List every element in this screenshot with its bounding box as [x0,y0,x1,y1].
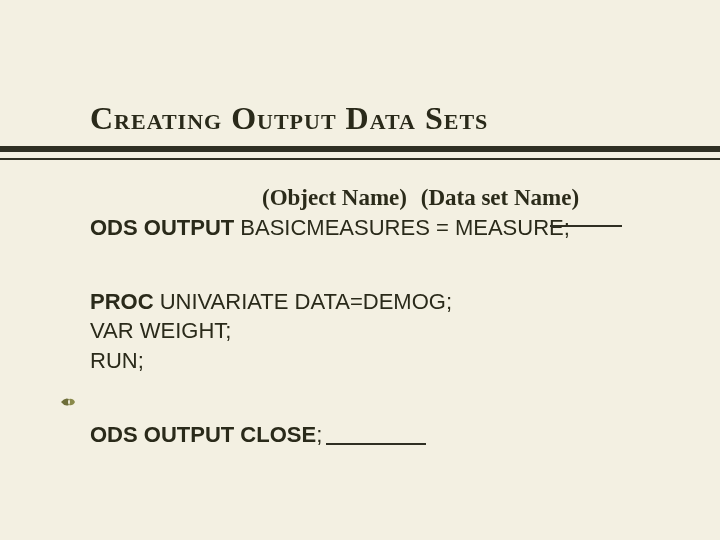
code-proc-block: PROC UNIVARIATE DATA=DEMOG; VAR WEIGHT; … [90,287,650,376]
title-rule-thick [0,146,720,152]
annotation-object-name: (Object Name) [262,185,407,211]
proc-rest: UNIVARIATE DATA=DEMOG; [154,289,452,314]
ods-close-semi: ; [316,422,322,447]
title-rule-thin [0,158,720,160]
callout-line-icon [550,225,622,227]
code-run-line: RUN; [90,346,650,376]
code-proc-line: PROC UNIVARIATE DATA=DEMOG; [90,287,650,317]
slide: Creating Output Data Sets (Object Name) … [0,0,720,540]
ods-output-rest: BASICMEASURES = MEASURE; [234,215,570,240]
annotation-dataset-name: (Data set Name) [421,185,579,211]
page-title: Creating Output Data Sets [90,100,488,137]
ods-output-keyword: ODS OUTPUT [90,215,234,240]
code-ods-output: ODS OUTPUT BASICMEASURES = MEASURE; [90,213,650,243]
leaf-bullet-icon [60,396,76,408]
proc-keyword: PROC [90,289,154,314]
code-close-line: ODS OUTPUT CLOSE; [90,420,650,450]
close-underline-icon [326,443,426,445]
content-block: (Object Name) (Data set Name) ODS OUTPUT… [90,175,650,449]
ods-close-keyword: ODS OUTPUT CLOSE [90,422,316,447]
code-var-line: VAR WEIGHT; [90,316,650,346]
annotation-row: (Object Name) (Data set Name) [90,185,650,211]
